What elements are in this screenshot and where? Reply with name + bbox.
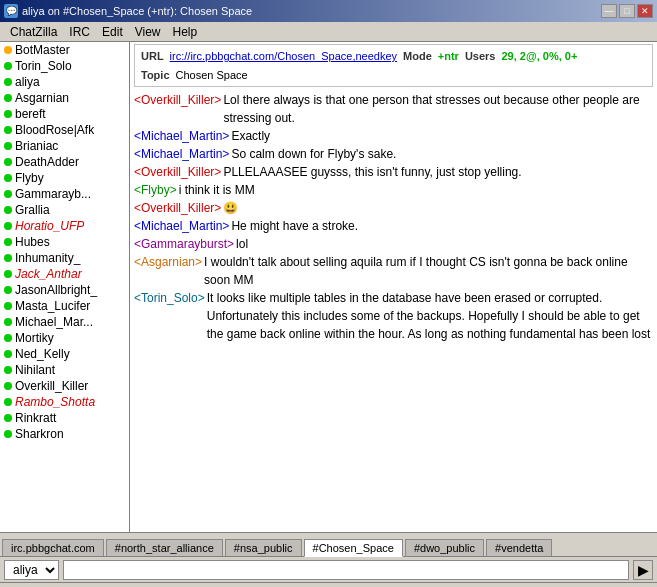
user-list-item[interactable]: Jack_Anthar xyxy=(0,266,129,282)
user-list-item[interactable]: Flyby xyxy=(0,170,129,186)
status-dot xyxy=(4,78,12,86)
tab-north-star-alliance[interactable]: #north_star_alliance xyxy=(106,539,223,556)
user-list-item[interactable]: Rinkratt xyxy=(0,410,129,426)
user-name: bereft xyxy=(15,107,46,121)
status-dot xyxy=(4,206,12,214)
send-button[interactable]: ▶ xyxy=(633,560,653,580)
title-bar-left: 💬 aliya on #Chosen_Space (+ntr): Chosen … xyxy=(4,4,252,18)
maximize-button[interactable]: □ xyxy=(619,4,635,18)
status-dot xyxy=(4,430,12,438)
user-list-item[interactable]: Inhumanity_ xyxy=(0,250,129,266)
menu-irc[interactable]: IRC xyxy=(63,23,96,41)
tab-irc.pbbgchat.com[interactable]: irc.pbbgchat.com xyxy=(2,539,104,556)
status-dot xyxy=(4,350,12,358)
message-text: I wouldn't talk about selling aquila rum… xyxy=(204,253,653,289)
users-label: Users xyxy=(465,48,496,65)
user-list-item[interactable]: Gammarayb... xyxy=(0,186,129,202)
window-title: aliya on #Chosen_Space (+ntr): Chosen Sp… xyxy=(22,5,252,17)
user-list[interactable]: BotMasterTorin_SoloaliyaAsgarnianbereftB… xyxy=(0,42,130,532)
user-list-item[interactable]: bereft xyxy=(0,106,129,122)
user-list-item[interactable]: Torin_Solo xyxy=(0,58,129,74)
user-list-item[interactable]: BotMaster xyxy=(0,42,129,58)
user-list-item[interactable]: Grallia xyxy=(0,202,129,218)
tab-vendetta[interactable]: #vendetta xyxy=(486,539,552,556)
tab-nsa-public[interactable]: #nsa_public xyxy=(225,539,302,556)
user-list-item[interactable]: Nihilant xyxy=(0,362,129,378)
user-list-item[interactable]: Asgarnian xyxy=(0,90,129,106)
user-list-item[interactable]: Masta_Lucifer xyxy=(0,298,129,314)
message-nick: <Flyby> xyxy=(134,181,177,199)
message-nick: <Michael_Martin> xyxy=(134,217,229,235)
user-name: Horatio_UFP xyxy=(15,219,84,233)
main-area: BotMasterTorin_SoloaliyaAsgarnianbereftB… xyxy=(0,42,657,532)
user-name: Grallia xyxy=(15,203,50,217)
menu-chatzilla[interactable]: ChatZilla xyxy=(4,23,63,41)
status-dot xyxy=(4,286,12,294)
url-label: URL xyxy=(141,48,164,65)
url-bar: URL irc://irc.pbbgchat.com/Chosen_Space,… xyxy=(134,44,653,87)
user-list-item[interactable]: Rambo_Shotta xyxy=(0,394,129,410)
tab-chosen-space[interactable]: #Chosen_Space xyxy=(304,539,403,557)
nick-dropdown[interactable]: aliya xyxy=(4,560,59,580)
message-nick: <Torin_Solo> xyxy=(134,289,205,343)
message-input[interactable] xyxy=(63,560,629,580)
url-value[interactable]: irc://irc.pbbgchat.com/Chosen_Space,need… xyxy=(170,48,397,65)
status-dot xyxy=(4,334,12,342)
user-name: DeathAdder xyxy=(15,155,79,169)
message-line: <Michael_Martin> Exactly xyxy=(134,127,653,145)
user-list-item[interactable]: Horatio_UFP xyxy=(0,218,129,234)
user-name: Gammarayb... xyxy=(15,187,91,201)
user-list-item[interactable]: JasonAllbright_ xyxy=(0,282,129,298)
message-text: He might have a stroke. xyxy=(231,217,653,235)
user-list-item[interactable]: BloodRose|Afk xyxy=(0,122,129,138)
user-name: Asgarnian xyxy=(15,91,69,105)
chat-area: URL irc://irc.pbbgchat.com/Chosen_Space,… xyxy=(130,42,657,532)
user-list-item[interactable]: Ned_Kelly xyxy=(0,346,129,362)
menu-view[interactable]: View xyxy=(129,23,167,41)
user-name: Inhumanity_ xyxy=(15,251,80,265)
input-bar: aliya ▶ xyxy=(0,556,657,582)
user-name: Mortiky xyxy=(15,331,54,345)
message-nick: <Asgarnian> xyxy=(134,253,202,289)
user-list-item[interactable]: Sharkron xyxy=(0,426,129,442)
status-dot xyxy=(4,382,12,390)
user-list-item[interactable]: Hubes xyxy=(0,234,129,250)
user-list-item[interactable]: Overkill_Killer xyxy=(0,378,129,394)
tab-dwo-public[interactable]: #dwo_public xyxy=(405,539,484,556)
window: 💬 aliya on #Chosen_Space (+ntr): Chosen … xyxy=(0,0,657,587)
user-list-item[interactable]: Mortiky xyxy=(0,330,129,346)
user-list-item[interactable]: aliya xyxy=(0,74,129,90)
message-nick: <Overkill_Killer> xyxy=(134,199,221,217)
user-list-item[interactable]: DeathAdder xyxy=(0,154,129,170)
mode-value: +ntr xyxy=(438,48,459,65)
user-name: Jack_Anthar xyxy=(15,267,82,281)
chat-messages[interactable]: <Overkill_Killer> Lol there always is th… xyxy=(130,89,657,532)
message-line: <Asgarnian> I wouldn't talk about sellin… xyxy=(134,253,653,289)
user-name: JasonAllbright_ xyxy=(15,283,97,297)
message-line: <Michael_Martin> So calm down for Flyby'… xyxy=(134,145,653,163)
message-line: <Overkill_Killer> 😃 xyxy=(134,199,653,217)
menu-help[interactable]: Help xyxy=(167,23,204,41)
close-button[interactable]: ✕ xyxy=(637,4,653,18)
status-dot xyxy=(4,254,12,262)
user-name: Flyby xyxy=(15,171,44,185)
message-nick: <Michael_Martin> xyxy=(134,127,229,145)
minimize-button[interactable]: — xyxy=(601,4,617,18)
status-bar: Welcome to ChatZilla! ◢ xyxy=(0,582,657,587)
menu-edit[interactable]: Edit xyxy=(96,23,129,41)
tab-bar: irc.pbbgchat.com#north_star_alliance#nsa… xyxy=(0,532,657,556)
status-dot xyxy=(4,238,12,246)
message-nick: <Overkill_Killer> xyxy=(134,91,221,127)
status-dot xyxy=(4,302,12,310)
user-name: Rinkratt xyxy=(15,411,56,425)
user-name: Nihilant xyxy=(15,363,55,377)
user-list-item[interactable]: Brianiac xyxy=(0,138,129,154)
message-text: It looks like multiple tables in the dat… xyxy=(207,289,653,343)
user-name: BotMaster xyxy=(15,43,70,57)
user-name: Brianiac xyxy=(15,139,58,153)
user-list-item[interactable]: Michael_Mar... xyxy=(0,314,129,330)
message-text: Exactly xyxy=(231,127,653,145)
title-bar: 💬 aliya on #Chosen_Space (+ntr): Chosen … xyxy=(0,0,657,22)
message-text: PLLELAAASEE guysss, this isn't funny, ju… xyxy=(223,163,653,181)
message-text: lol xyxy=(236,235,653,253)
